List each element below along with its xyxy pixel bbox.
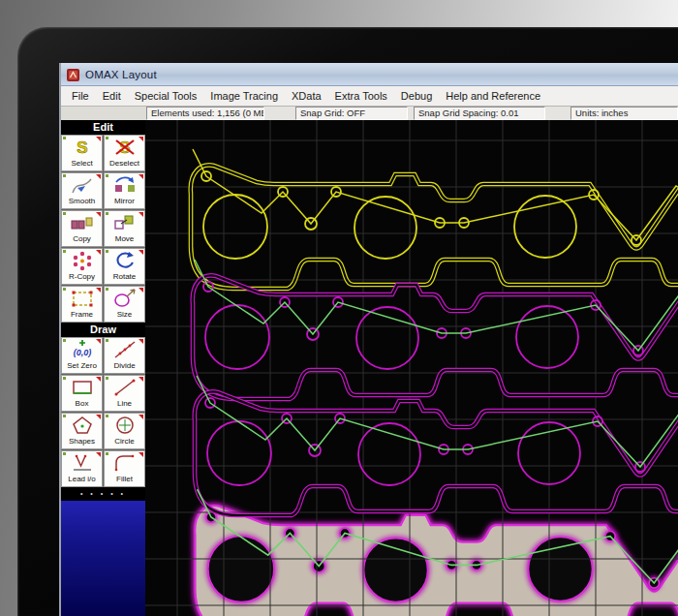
- tool-deselect[interactable]: SDeselect: [104, 135, 145, 171]
- tool-label: Select: [71, 159, 92, 168]
- gasket-yellow: [191, 149, 678, 289]
- screen: OMAX Layout FileEditSpecial ToolsImage T…: [59, 63, 678, 616]
- menu-item-debug[interactable]: Debug: [394, 88, 439, 104]
- menu-item-xdata[interactable]: XData: [285, 88, 328, 104]
- menu-item-edit[interactable]: Edit: [96, 88, 128, 104]
- toolbar-blue-panel: [61, 501, 145, 616]
- omax-logo-icon: [67, 68, 79, 80]
- window-title-bar[interactable]: OMAX Layout: [61, 63, 678, 86]
- cad-drawing-area[interactable]: [145, 120, 678, 616]
- tool-label: Set Zero: [67, 361, 97, 370]
- move-icon: [112, 211, 138, 234]
- svg-text:S: S: [77, 139, 87, 157]
- status-snap-grid: Snap Grid: OFF: [295, 107, 408, 120]
- tool-fillet[interactable]: Fillet: [104, 450, 145, 487]
- tool-label: R-Copy: [69, 272, 95, 281]
- tool-move[interactable]: Move: [104, 210, 145, 247]
- tool-label: Size: [117, 310, 133, 319]
- status-elements-used: Elements used: 1,156 (0 MB): [146, 107, 264, 120]
- tool-r-copy[interactable]: R-Copy: [61, 248, 103, 285]
- line-icon: [112, 376, 138, 399]
- menu-bar: FileEditSpecial ToolsImage TracingXDataE…: [61, 86, 678, 107]
- tool-label: Box: [76, 399, 89, 408]
- tool-label: Mirror: [114, 197, 135, 205]
- tool-label: Line: [117, 399, 132, 408]
- toolbar-header-draw: Draw: [61, 323, 145, 337]
- tool-shapes[interactable]: Shapes: [61, 413, 103, 449]
- toolbar-resize-dots: • • • • •: [61, 487, 145, 501]
- size-icon: [112, 287, 138, 310]
- tool-select[interactable]: SSelect: [61, 135, 103, 171]
- tool-set-zero[interactable]: (0,0)Set Zero: [61, 337, 103, 374]
- tool-line[interactable]: Line: [104, 375, 145, 412]
- menu-item-extra-tools[interactable]: Extra Tools: [328, 88, 394, 104]
- fillet-icon: [112, 451, 138, 475]
- r-copy-icon: [70, 249, 95, 272]
- tool-label: Circle: [114, 437, 134, 446]
- divide-icon: [112, 338, 138, 361]
- tool-label: Deselect: [109, 159, 139, 168]
- circle-icon: [112, 414, 138, 437]
- frame-icon: [70, 287, 95, 310]
- copy-icon: [70, 211, 95, 234]
- tool-mirror[interactable]: Mirror: [104, 172, 145, 209]
- tool-frame[interactable]: Frame: [61, 286, 103, 323]
- tool-label: Smooth: [69, 197, 96, 205]
- status-bar-spacer: [61, 107, 146, 120]
- tool-label: Shapes: [69, 437, 95, 446]
- lead-io-icon: [70, 451, 95, 475]
- menu-item-help-and-reference[interactable]: Help and Reference: [439, 88, 547, 104]
- svg-text:(0,0): (0,0): [73, 348, 91, 357]
- tool-copy[interactable]: Copy: [61, 210, 103, 247]
- mirror-icon: [112, 173, 138, 197]
- window-title: OMAX Layout: [85, 69, 157, 80]
- toolbar-header-edit: Edit: [61, 120, 145, 135]
- tool-label: Frame: [71, 310, 93, 319]
- box-icon: [70, 376, 95, 399]
- toolbar-grid-draw: (0,0)Set ZeroDivideBoxLineShapesCircleLe…: [61, 337, 145, 487]
- deselect-icon: S: [112, 136, 138, 159]
- tool-circle[interactable]: Circle: [104, 413, 145, 449]
- tool-lead-i-o[interactable]: Lead i/o: [61, 450, 103, 487]
- tool-divide[interactable]: Divide: [104, 337, 145, 374]
- tool-size[interactable]: Size: [104, 286, 145, 323]
- menu-item-image-tracing[interactable]: Image Tracing: [203, 88, 285, 104]
- tool-palette: EditSSelectSDeselectSmoothMirrorCopyMove…: [61, 120, 145, 616]
- tool-label: Divide: [113, 361, 135, 370]
- gasket-magenta-1: [193, 260, 678, 399]
- tool-label: Copy: [73, 234, 91, 243]
- menu-item-special-tools[interactable]: Special Tools: [128, 88, 204, 104]
- status-snap-grid-spacing: Snap Grid Spacing: 0.01: [414, 107, 545, 120]
- tool-box[interactable]: Box: [61, 375, 103, 412]
- status-bar: Elements used: 1,156 (0 MB) Snap Grid: O…: [61, 107, 678, 120]
- rotate-icon: [112, 249, 138, 272]
- toolbar-grid-edit: SSelectSDeselectSmoothMirrorCopyMoveR-Co…: [61, 135, 145, 323]
- tool-label: Rotate: [113, 272, 137, 281]
- monitor-bezel: OMAX Layout FileEditSpecial ToolsImage T…: [17, 27, 678, 616]
- tool-smooth[interactable]: Smooth: [61, 172, 103, 209]
- status-units: Units: inches: [570, 107, 678, 120]
- set-zero-icon: (0,0): [70, 338, 95, 361]
- shapes-icon: [70, 414, 95, 437]
- menu-item-file[interactable]: File: [65, 88, 96, 104]
- select-icon: S: [70, 136, 95, 159]
- tool-label: Fillet: [116, 475, 133, 483]
- smooth-icon: [70, 173, 95, 197]
- drawing-canvas[interactable]: [145, 120, 678, 616]
- tool-label: Lead i/o: [68, 475, 95, 483]
- tool-rotate[interactable]: Rotate: [104, 248, 145, 285]
- tool-label: Move: [115, 234, 135, 243]
